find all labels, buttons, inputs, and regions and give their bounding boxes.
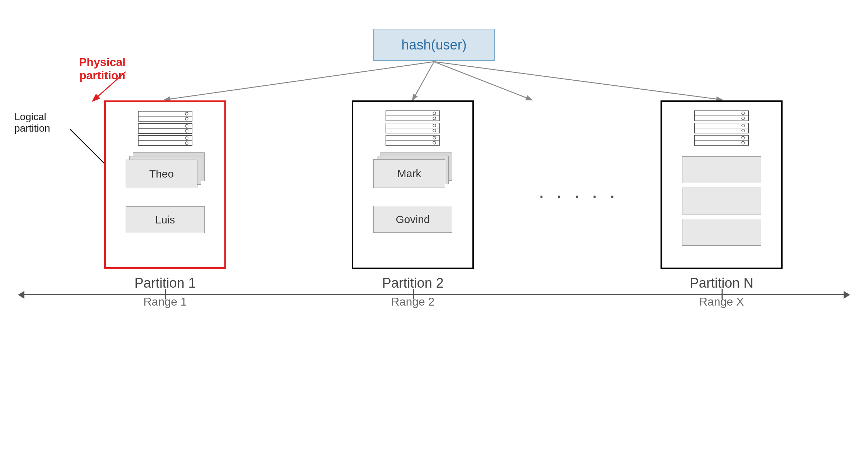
svg-point-25 xyxy=(433,129,436,132)
server-icon-1 xyxy=(135,109,196,149)
diagram-container: hash(user) Physical partition Logica xyxy=(0,0,868,472)
svg-point-12 xyxy=(185,124,188,127)
tick-2 xyxy=(413,289,414,299)
physical-partition-label: Physical partition xyxy=(79,56,126,82)
tick-n xyxy=(722,289,723,299)
svg-point-21 xyxy=(433,117,436,120)
empty-box-2 xyxy=(682,188,761,214)
empty-box-3 xyxy=(682,219,761,246)
theo-doc-stack: Theo xyxy=(126,152,205,199)
svg-point-33 xyxy=(742,117,745,120)
luis-card: Luis xyxy=(126,206,205,233)
theo-card: Theo xyxy=(126,160,197,188)
svg-line-0 xyxy=(165,62,434,100)
server-icon-n xyxy=(691,109,752,148)
svg-point-20 xyxy=(433,112,436,115)
svg-point-29 xyxy=(433,141,436,144)
partition-1: Theo Luis Partition 1 Range 1 xyxy=(97,100,233,308)
svg-line-2 xyxy=(434,62,722,100)
logical-partition-label: Logicalpartition xyxy=(14,111,50,134)
svg-line-1 xyxy=(413,62,434,100)
svg-point-32 xyxy=(742,112,745,115)
svg-point-9 xyxy=(185,117,188,120)
svg-point-28 xyxy=(433,136,436,139)
tick-1 xyxy=(165,289,166,299)
svg-point-40 xyxy=(742,136,745,139)
ellipsis: · · · · · xyxy=(538,183,618,208)
partition-2: Mark Govind Partition 2 Range 2 xyxy=(345,100,481,308)
mark-doc-stack: Mark xyxy=(373,152,452,199)
empty-box-1 xyxy=(682,156,761,183)
partition-n: Partition N Range X xyxy=(653,100,790,308)
axis-arrow-left xyxy=(18,291,24,299)
axis-arrow-right xyxy=(844,291,850,299)
partition-n-box xyxy=(661,100,783,269)
svg-point-37 xyxy=(742,129,745,132)
svg-line-3 xyxy=(434,62,531,100)
svg-point-17 xyxy=(185,142,188,145)
svg-point-13 xyxy=(185,129,188,132)
hash-box-label: hash(user) xyxy=(401,37,467,53)
mark-card: Mark xyxy=(373,159,445,188)
server-icon-2 xyxy=(382,109,443,148)
partition-1-box: Theo Luis xyxy=(104,100,226,269)
partition-2-box: Mark Govind xyxy=(352,100,474,269)
svg-point-24 xyxy=(433,124,436,127)
govind-card: Govind xyxy=(373,206,452,233)
hash-box: hash(user) xyxy=(373,29,495,61)
axis-line xyxy=(22,294,846,295)
svg-point-36 xyxy=(742,124,745,127)
svg-point-8 xyxy=(185,112,188,115)
svg-point-16 xyxy=(185,137,188,140)
svg-point-41 xyxy=(742,141,745,144)
